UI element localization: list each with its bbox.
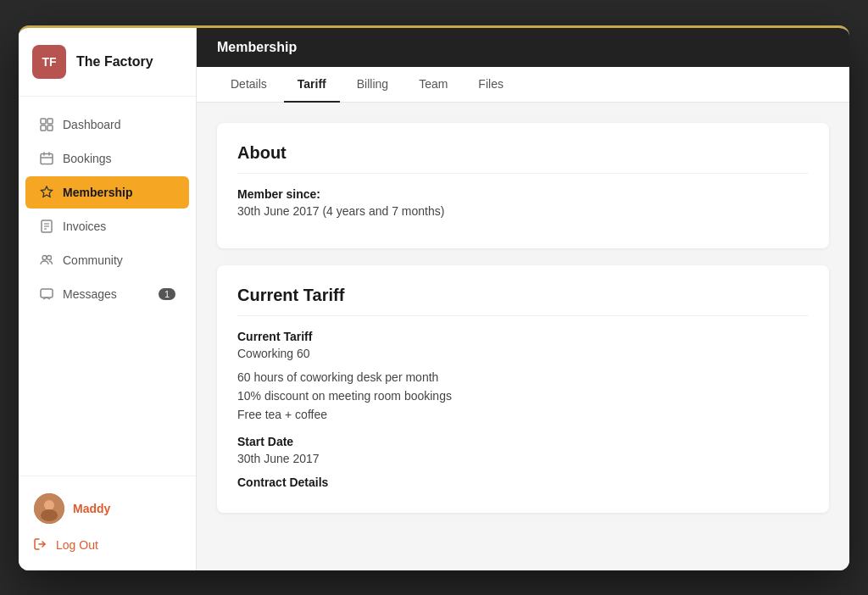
tab-billing[interactable]: Billing bbox=[343, 67, 402, 103]
feature-1: 60 hours of coworking desk per month bbox=[237, 370, 809, 384]
tab-files[interactable]: Files bbox=[465, 67, 517, 103]
tab-tariff[interactable]: Tariff bbox=[284, 67, 340, 103]
user-profile[interactable]: Maddy bbox=[25, 487, 189, 531]
membership-icon bbox=[39, 185, 54, 200]
community-label: Community bbox=[63, 253, 123, 267]
sidebar-item-community[interactable]: Community bbox=[25, 244, 189, 276]
main-header: Membership bbox=[197, 28, 849, 67]
svg-point-17 bbox=[41, 509, 58, 521]
main-body: About Member since: 30th June 2017 (4 ye… bbox=[197, 103, 849, 570]
bookings-label: Bookings bbox=[63, 152, 112, 165]
messages-badge: 1 bbox=[159, 288, 175, 300]
sidebar: TF The Factory Dashboard bbox=[19, 28, 197, 570]
contract-details-label: Contract Details bbox=[237, 475, 809, 489]
logout-button[interactable]: Log Out bbox=[25, 531, 189, 560]
member-since-label: Member since: bbox=[237, 187, 809, 201]
community-icon bbox=[39, 253, 54, 268]
sidebar-footer: Maddy Log Out bbox=[19, 475, 196, 570]
sidebar-item-dashboard[interactable]: Dashboard bbox=[25, 108, 189, 141]
svg-rect-14 bbox=[41, 289, 53, 298]
sidebar-item-bookings[interactable]: Bookings bbox=[25, 142, 189, 175]
sidebar-item-messages[interactable]: Messages 1 bbox=[25, 278, 189, 310]
sidebar-nav: Dashboard Bookings bbox=[19, 97, 196, 475]
user-name: Maddy bbox=[73, 502, 110, 515]
svg-rect-2 bbox=[41, 125, 46, 131]
svg-rect-4 bbox=[41, 153, 53, 164]
invoices-icon bbox=[39, 219, 54, 234]
tariff-title: Current Tariff bbox=[237, 286, 809, 316]
main-content: Membership Details Tariff Billing Team F… bbox=[197, 28, 849, 570]
app-window: TF The Factory Dashboard bbox=[19, 25, 849, 570]
about-card: About Member since: 30th June 2017 (4 ye… bbox=[217, 123, 829, 248]
sidebar-logo[interactable]: TF The Factory bbox=[19, 28, 196, 97]
logout-icon bbox=[34, 537, 47, 553]
messages-label: Messages bbox=[63, 287, 117, 301]
svg-rect-3 bbox=[47, 125, 53, 131]
avatar bbox=[34, 493, 64, 524]
bookings-icon bbox=[39, 151, 54, 166]
logout-label: Log Out bbox=[56, 538, 98, 552]
tariff-card: Current Tariff Current Tariff Coworking … bbox=[217, 265, 829, 513]
tab-team[interactable]: Team bbox=[405, 67, 461, 103]
invoices-label: Invoices bbox=[63, 220, 106, 233]
dashboard-label: Dashboard bbox=[63, 118, 121, 131]
current-tariff-label: Current Tariff bbox=[237, 330, 809, 343]
dashboard-icon bbox=[39, 117, 54, 132]
page-title: Membership bbox=[217, 40, 297, 54]
tabs-bar: Details Tariff Billing Team Files bbox=[197, 67, 849, 103]
about-title: About bbox=[237, 143, 809, 174]
membership-label: Membership bbox=[63, 186, 132, 199]
svg-rect-1 bbox=[47, 119, 53, 124]
start-date-label: Start Date bbox=[237, 435, 809, 448]
svg-point-16 bbox=[44, 500, 54, 510]
sidebar-item-invoices[interactable]: Invoices bbox=[25, 210, 189, 242]
logo-name: The Factory bbox=[76, 54, 153, 70]
start-date-value: 30th June 2017 bbox=[237, 452, 809, 465]
sidebar-item-membership[interactable]: Membership bbox=[25, 176, 189, 209]
feature-3: Free tea + coffee bbox=[237, 408, 809, 421]
tab-details[interactable]: Details bbox=[217, 67, 281, 103]
current-tariff-name: Coworking 60 bbox=[237, 347, 809, 360]
member-since-value: 30th June 2017 (4 years and 7 months) bbox=[237, 204, 809, 218]
logo-badge: TF bbox=[32, 45, 66, 79]
feature-2: 10% discount on meeting room bookings bbox=[237, 389, 809, 403]
svg-rect-0 bbox=[41, 119, 46, 124]
svg-point-12 bbox=[42, 255, 47, 259]
svg-point-13 bbox=[47, 255, 52, 259]
messages-icon bbox=[39, 286, 54, 302]
